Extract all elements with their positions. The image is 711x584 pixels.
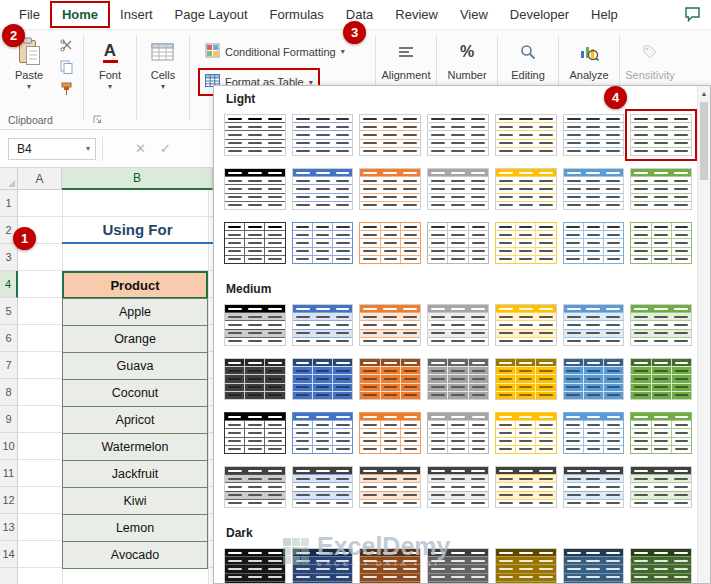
table-style-light-21[interactable]: [630, 222, 692, 264]
table-style-medium-3[interactable]: [359, 304, 421, 346]
table-style-medium-6[interactable]: [563, 304, 625, 346]
copy-button[interactable]: [55, 60, 77, 78]
menu-tab-review[interactable]: Review: [384, 2, 449, 27]
menu-tab-help[interactable]: Help: [580, 2, 629, 27]
table-style-dark-5[interactable]: [495, 548, 557, 583]
table-style-medium-28[interactable]: [630, 466, 692, 508]
cell-B4-table-header[interactable]: Product: [62, 271, 208, 299]
cell-B7[interactable]: Guava: [62, 352, 208, 380]
table-style-medium-2[interactable]: [292, 304, 354, 346]
cell-B5[interactable]: Apple: [62, 298, 208, 326]
table-style-light-17[interactable]: [359, 222, 421, 264]
menu-tab-developer[interactable]: Developer: [499, 2, 580, 27]
table-style-medium-14[interactable]: [630, 358, 692, 400]
row-header-3[interactable]: 3: [0, 244, 18, 271]
table-style-medium-21[interactable]: [630, 412, 692, 454]
table-style-medium-15[interactable]: [224, 412, 286, 454]
row-header-6[interactable]: 6: [0, 325, 18, 352]
table-style-light-9[interactable]: [292, 168, 354, 210]
table-style-dark-4[interactable]: [427, 548, 489, 583]
cut-button[interactable]: [55, 38, 77, 56]
table-style-medium-7[interactable]: [630, 304, 692, 346]
cell-B8[interactable]: Coconut: [62, 379, 208, 407]
table-style-medium-23[interactable]: [292, 466, 354, 508]
row-header-13[interactable]: 13: [0, 514, 18, 541]
table-style-medium-9[interactable]: [292, 358, 354, 400]
row-header-11[interactable]: 11: [0, 460, 18, 487]
row-header-12[interactable]: 12: [0, 487, 18, 514]
table-style-medium-17[interactable]: [359, 412, 421, 454]
gallery-scrollbar[interactable]: ▲: [697, 86, 710, 583]
table-style-medium-13[interactable]: [563, 358, 625, 400]
table-style-light-19[interactable]: [495, 222, 557, 264]
column-header-A[interactable]: A: [18, 168, 62, 190]
cell-B9[interactable]: Apricot: [62, 406, 208, 434]
comment-icon[interactable]: [684, 6, 701, 25]
table-style-light-1[interactable]: [224, 114, 286, 156]
table-style-dark-1[interactable]: [224, 548, 286, 583]
table-style-light-7[interactable]: [630, 114, 692, 156]
table-style-light-20[interactable]: [563, 222, 625, 264]
row-header-8[interactable]: 8: [0, 379, 18, 406]
row-header-14[interactable]: 14: [0, 541, 18, 568]
row-header-4[interactable]: 4: [0, 271, 18, 298]
sensitivity-button[interactable]: Sensitivity ▾: [623, 32, 677, 91]
table-style-medium-25[interactable]: [427, 466, 489, 508]
table-style-light-4[interactable]: [427, 114, 489, 156]
table-style-medium-11[interactable]: [427, 358, 489, 400]
row-header-5[interactable]: 5: [0, 298, 18, 325]
row-header-1[interactable]: 1: [0, 190, 18, 217]
row-header-10[interactable]: 10: [0, 433, 18, 460]
cell-B14[interactable]: Avocado: [62, 541, 208, 569]
table-style-medium-27[interactable]: [563, 466, 625, 508]
table-style-medium-16[interactable]: [292, 412, 354, 454]
editing-button[interactable]: Editing ▾: [501, 32, 555, 91]
table-style-light-3[interactable]: [359, 114, 421, 156]
font-button[interactable]: A Font ▾: [87, 32, 133, 91]
table-style-medium-8[interactable]: [224, 358, 286, 400]
table-style-light-5[interactable]: [495, 114, 557, 156]
conditional-formatting-button[interactable]: Conditional Formatting ▾: [201, 40, 349, 63]
menu-tab-home[interactable]: Home: [51, 2, 109, 27]
table-style-light-13[interactable]: [563, 168, 625, 210]
table-style-medium-26[interactable]: [495, 466, 557, 508]
table-style-light-12[interactable]: [495, 168, 557, 210]
number-button[interactable]: % Number ▾: [440, 32, 494, 91]
table-style-medium-18[interactable]: [427, 412, 489, 454]
alignment-button[interactable]: Alignment ▾: [379, 32, 433, 91]
table-style-light-10[interactable]: [359, 168, 421, 210]
cell-B11[interactable]: Jackfruit: [62, 460, 208, 488]
table-style-medium-20[interactable]: [563, 412, 625, 454]
table-style-light-16[interactable]: [292, 222, 354, 264]
table-style-medium-12[interactable]: [495, 358, 557, 400]
scroll-up-arrow-icon[interactable]: ▲: [698, 86, 710, 101]
row-header-9[interactable]: 9: [0, 406, 18, 433]
row-header-7[interactable]: 7: [0, 352, 18, 379]
select-all-corner[interactable]: [0, 168, 18, 190]
formula-enter-icon[interactable]: ✓: [160, 141, 171, 156]
table-style-dark-3[interactable]: [359, 548, 421, 583]
table-style-light-15[interactable]: [224, 222, 286, 264]
cell-B10[interactable]: Watermelon: [62, 433, 208, 461]
table-style-dark-7[interactable]: [630, 548, 692, 583]
formula-cancel-icon[interactable]: ✕: [135, 141, 146, 156]
table-style-medium-1[interactable]: [224, 304, 286, 346]
table-style-light-18[interactable]: [427, 222, 489, 264]
name-box[interactable]: B4 ▾: [8, 138, 96, 160]
table-style-medium-4[interactable]: [427, 304, 489, 346]
cell-B12[interactable]: Kiwi: [62, 487, 208, 515]
table-style-medium-22[interactable]: [224, 466, 286, 508]
table-style-light-8[interactable]: [224, 168, 286, 210]
table-style-medium-10[interactable]: [359, 358, 421, 400]
menu-tab-view[interactable]: View: [449, 2, 499, 27]
table-style-light-11[interactable]: [427, 168, 489, 210]
cell-B13[interactable]: Lemon: [62, 514, 208, 542]
table-style-light-6[interactable]: [563, 114, 625, 156]
column-header-B[interactable]: B: [62, 168, 213, 190]
menu-tab-formulas[interactable]: Formulas: [259, 2, 335, 27]
table-style-dark-6[interactable]: [563, 548, 625, 583]
table-style-dark-2[interactable]: [292, 548, 354, 583]
menu-tab-insert[interactable]: Insert: [109, 2, 164, 27]
dialog-launcher-icon[interactable]: [93, 114, 102, 126]
table-style-medium-5[interactable]: [495, 304, 557, 346]
